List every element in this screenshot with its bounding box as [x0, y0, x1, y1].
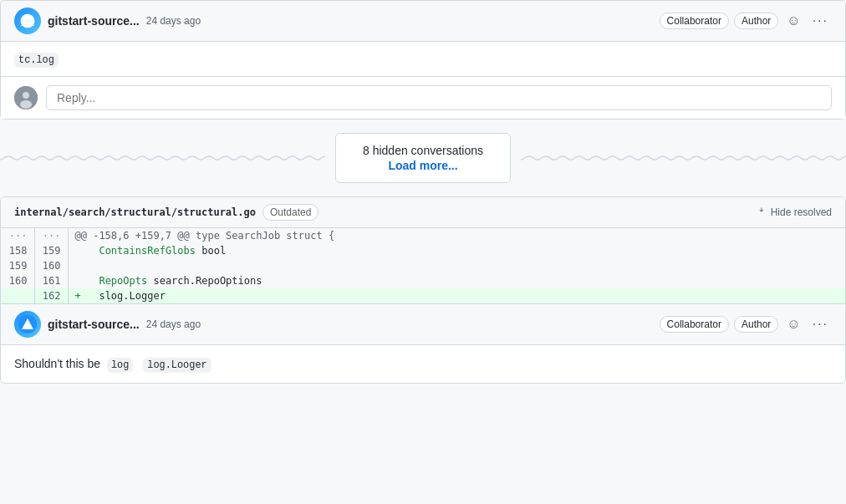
svg-point-3: [20, 100, 32, 109]
hidden-count-text: 8 hidden conversations: [363, 144, 483, 157]
second-comment-username: gitstart-source...: [48, 318, 140, 331]
hide-resolved-label: Hide resolved: [771, 206, 832, 218]
emoji-button-1[interactable]: ☺: [783, 12, 803, 30]
svg-point-2: [23, 92, 29, 99]
author-badge-1: Author: [734, 13, 778, 29]
load-more-link[interactable]: Load more...: [388, 159, 457, 172]
collaborator-badge-2: Collaborator: [660, 316, 729, 333]
second-comment-text-prefix: Shouldn't this be: [14, 357, 100, 370]
first-comment-author-area: gitstart-source... 24 days ago: [14, 8, 201, 34]
second-comment-author-area: gitstart-source... 24 days ago: [14, 311, 201, 338]
diff-row-3: 160 161 RepoOpts search.RepoOptions: [1, 273, 845, 288]
diff-row-1: 158 159 ContainsRefGlobs bool: [1, 243, 845, 258]
added-marker: +: [75, 290, 99, 302]
first-comment-header: gitstart-source... 24 days ago Collabora…: [1, 1, 845, 42]
first-comment-timestamp: 24 days ago: [146, 15, 201, 27]
diff-table: ··· ··· @@ -158,6 +159,7 @@ type SearchJ…: [1, 228, 845, 303]
hidden-conversations-box: 8 hidden conversations Load more...: [335, 133, 511, 183]
second-comment-actions: Collaborator Author ☺ ···: [660, 315, 832, 333]
diff-code-3: RepoOpts search.RepoOptions: [68, 273, 845, 288]
reply-avatar-1: [14, 86, 38, 109]
more-button-1[interactable]: ···: [809, 12, 832, 30]
first-comment-avatar: [14, 8, 41, 34]
first-comment-block: gitstart-source... 24 days ago Collabora…: [0, 0, 846, 120]
first-comment-body: tc.log: [1, 42, 845, 76]
second-comment-block: gitstart-source... 24 days ago Collabora…: [1, 303, 845, 383]
type-1: bool: [201, 245, 226, 257]
diff-block: internal/search/structural/structural.go…: [0, 196, 846, 384]
diff-row-2: 159 160: [1, 258, 845, 273]
diff-code-4: + slog.Logger: [68, 288, 845, 303]
wavy-line-left: [0, 155, 325, 161]
old-line-num-2: 159: [1, 258, 34, 273]
diff-header: internal/search/structural/structural.go…: [1, 197, 845, 228]
second-comment-header: gitstart-source... 24 days ago Collabora…: [1, 304, 845, 345]
diff-row-4-added: 162 + slog.Logger: [1, 288, 845, 303]
new-line-num-3: 161: [34, 273, 68, 288]
more-button-2[interactable]: ···: [809, 315, 832, 333]
first-comment-code: tc.log: [14, 53, 59, 68]
identifier-3: RepoOpts: [99, 275, 147, 287]
collaborator-badge-1: Collaborator: [660, 13, 729, 29]
emoji-button-2[interactable]: ☺: [783, 315, 803, 333]
first-comment-username: gitstart-source...: [48, 14, 140, 28]
diff-code-1: ContainsRefGlobs bool: [68, 243, 845, 258]
old-line-num-1: 158: [1, 243, 34, 258]
diff-code-2: [68, 258, 845, 273]
old-line-num-4: [1, 288, 34, 303]
reply-input-1[interactable]: [46, 85, 832, 110]
reply-user-avatar: [14, 86, 38, 109]
new-line-num-2: 160: [34, 258, 68, 273]
first-comment-actions: Collaborator Author ☺ ···: [660, 12, 832, 30]
new-line-num-1: 159: [34, 243, 68, 258]
second-comment-timestamp: 24 days ago: [146, 318, 201, 330]
second-comment-code1: log: [107, 358, 133, 373]
gitstart-logo-2: [18, 315, 37, 333]
outdated-badge: Outdated: [262, 204, 319, 221]
diff-context-header-row: ··· ··· @@ -158,6 +159,7 @@ type SearchJ…: [1, 228, 845, 243]
diff-header-left: internal/search/structural/structural.go…: [14, 204, 319, 221]
arrows-icon: [756, 206, 767, 218]
old-line-num-3: 160: [1, 273, 34, 288]
second-comment-body: Shouldn't this be log log.Looger: [1, 345, 845, 383]
diff-context-header-code: @@ -158,6 +159,7 @@ type SearchJob struc…: [68, 228, 845, 243]
hidden-conversations: 8 hidden conversations Load more...: [0, 133, 846, 183]
identifier-1: ContainsRefGlobs: [99, 245, 196, 257]
expand-dots-right: ···: [34, 228, 68, 243]
new-line-num-4: 162: [34, 288, 68, 303]
expand-dots-left: ···: [1, 228, 34, 243]
wavy-line-right: [521, 155, 846, 161]
file-path: internal/search/structural/structural.go: [14, 206, 256, 218]
gitstart-logo: [19, 13, 36, 29]
hide-resolved-button[interactable]: Hide resolved: [756, 206, 832, 218]
author-badge-2: Author: [734, 316, 778, 333]
svg-marker-0: [21, 14, 34, 26]
reply-area-1: [1, 76, 845, 119]
second-comment-avatar: [14, 311, 41, 338]
second-comment-code2: log.Looger: [143, 358, 211, 373]
